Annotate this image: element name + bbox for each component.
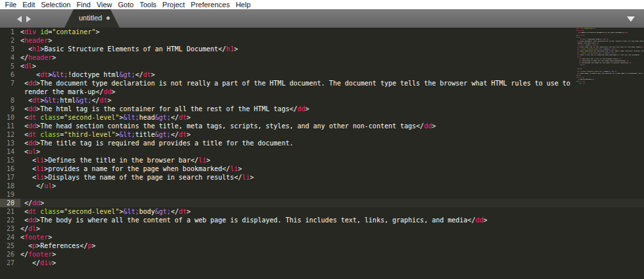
code-line-text: render the mark-up</dd> xyxy=(20,88,644,96)
code-line[interactable]: 11 <dd>The head section contains the tit… xyxy=(0,122,644,130)
line-number xyxy=(0,88,20,96)
line-number: 8 xyxy=(0,96,20,105)
menu-item-edit[interactable]: Edit xyxy=(20,0,38,9)
code-line-text: <dd>The head section contains the title,… xyxy=(20,122,644,130)
minimap-content: <div id="container"><header> <h1>Basic S… xyxy=(576,28,643,84)
menu-bar: FileEditSelectionFindViewGotoToolsProjec… xyxy=(0,0,644,9)
line-number: 24 xyxy=(0,233,20,241)
code-line-text: <dt class="third-level">&lt;title&gt;</d… xyxy=(20,130,644,139)
line-number: 5 xyxy=(0,62,20,70)
line-number: 2 xyxy=(0,36,20,45)
line-number: 26 xyxy=(0,250,20,259)
code-line-text: </ul> xyxy=(20,182,644,190)
code-line[interactable]: 15 <li>Defines the title in the browser … xyxy=(0,156,644,165)
code-line[interactable]: render the mark-up</dd> xyxy=(0,88,644,96)
code-line[interactable]: 3 <h1>Basic Structure Elements of an HTM… xyxy=(0,45,644,53)
menu-item-file[interactable]: File xyxy=(2,0,20,9)
code-line[interactable]: 10 <dt class="second-level">&lt;head&gt;… xyxy=(0,113,644,122)
code-lines: 1<div id="container">2<header>3 <h1>Basi… xyxy=(0,28,644,267)
tab-overflow-icon[interactable] xyxy=(627,16,635,22)
code-line[interactable]: 6 <dt>&lt;!doctype html&gt;</dt> xyxy=(0,70,644,79)
line-number: 4 xyxy=(0,53,20,62)
menu-item-goto[interactable]: Goto xyxy=(115,0,137,9)
code-line[interactable]: 27 </div> xyxy=(0,259,644,267)
line-number: 18 xyxy=(0,182,20,190)
menu-item-preferences[interactable]: Preferences xyxy=(188,0,233,9)
code-editor[interactable]: 1<div id="container">2<header>3 <h1>Basi… xyxy=(0,28,644,279)
code-line-text: <dd>The html tag is the container for al… xyxy=(20,105,644,113)
tab-untitled[interactable]: untitled xyxy=(64,9,120,28)
line-number: 17 xyxy=(0,173,20,182)
code-line-text: </footer> xyxy=(20,250,644,259)
menu-item-view[interactable]: View xyxy=(93,0,115,9)
line-number: 27 xyxy=(0,259,20,267)
code-line[interactable]: 20 </dd> xyxy=(0,199,644,207)
code-line[interactable]: 4</header> xyxy=(0,53,644,62)
code-line-text: <div id="container"> xyxy=(20,28,644,36)
code-line[interactable]: 12 <dt class="third-level">&lt;title&gt;… xyxy=(0,130,644,139)
code-line[interactable]: 21 <dt class="second-level">&lt;body&gt;… xyxy=(0,207,644,216)
line-number: 20 xyxy=(0,199,20,207)
line-number: 3 xyxy=(0,45,20,53)
tab-nav-back-icon[interactable] xyxy=(17,16,22,22)
code-line-text: <li>provides a name for the page when bo… xyxy=(20,165,644,173)
line-number: 11 xyxy=(0,122,20,130)
menu-item-help[interactable]: Help xyxy=(233,0,254,9)
code-line-text: <li>Defines the title in the browser bar… xyxy=(20,156,644,165)
minimap[interactable]: <div id="container"><header> <h1>Basic S… xyxy=(576,28,643,87)
line-number: 14 xyxy=(0,147,20,156)
line-number: 22 xyxy=(0,216,20,224)
tab-nav-forward-icon[interactable] xyxy=(26,16,31,22)
code-line[interactable]: 8 <dt>&lt;html&gt;</dt> xyxy=(0,96,644,105)
code-line[interactable]: 25 <p>References</p> xyxy=(0,241,644,250)
tab-bar: untitled xyxy=(0,9,644,28)
code-line-text: <dd>The body is where all the content of… xyxy=(20,216,644,224)
line-number: 19 xyxy=(0,190,20,199)
code-line-text: </header> xyxy=(20,53,644,62)
code-line[interactable]: 1<div id="container"> xyxy=(0,28,644,36)
line-number: 16 xyxy=(0,165,20,173)
code-line-text: <dd>The title tag is required and provid… xyxy=(20,139,644,147)
code-line[interactable]: 16 <li>provides a name for the page when… xyxy=(0,165,644,173)
code-line-text: <ul> xyxy=(20,147,644,156)
line-number: 1 xyxy=(0,28,20,36)
code-line[interactable]: 23</dl> xyxy=(0,224,644,233)
code-line[interactable]: 22 <dd>The body is where all the content… xyxy=(0,216,644,224)
code-line[interactable]: 19 xyxy=(0,190,644,199)
code-line-text xyxy=(20,190,644,199)
code-line-text: <dt>&lt;!doctype html&gt;</dt> xyxy=(20,70,644,79)
code-line[interactable]: 14 <ul> xyxy=(0,147,644,156)
code-line-text: </dd> xyxy=(20,199,644,207)
line-number: 10 xyxy=(0,113,20,122)
code-line[interactable]: 7 <dd>The document type declaration is n… xyxy=(0,79,644,88)
code-line-text: <footer> xyxy=(20,233,644,241)
code-line-text: <dt class="second-level">&lt;body&gt;</d… xyxy=(20,207,644,216)
code-line[interactable]: 17 <li>Displays the name of the page in … xyxy=(0,173,644,182)
line-number: 21 xyxy=(0,207,20,216)
line-number: 9 xyxy=(0,105,20,113)
code-line-text: <dt>&lt;html&gt;</dt> xyxy=(20,96,644,105)
code-line[interactable]: 13 <dd>The title tag is required and pro… xyxy=(0,139,644,147)
code-line[interactable]: 2<header> xyxy=(0,36,644,45)
code-line[interactable]: 5<dl> xyxy=(0,62,644,70)
line-number: 6 xyxy=(0,70,20,79)
code-line-text: </div> xyxy=(20,259,644,267)
line-number: 13 xyxy=(0,139,20,147)
code-line-text: <dl> xyxy=(20,62,644,70)
line-number: 23 xyxy=(0,224,20,233)
code-line-text: </dl> xyxy=(20,224,644,233)
code-line[interactable]: 9 <dd>The html tag is the container for … xyxy=(0,105,644,113)
menu-item-find[interactable]: Find xyxy=(74,0,93,9)
modified-dot-icon xyxy=(106,16,110,20)
line-number: 15 xyxy=(0,156,20,165)
tab-label: untitled xyxy=(79,14,102,22)
menu-item-selection[interactable]: Selection xyxy=(38,0,74,9)
code-line-text: <header> xyxy=(20,36,644,45)
code-line-text: <li>Displays the name of the page in sea… xyxy=(20,173,644,182)
menu-item-project[interactable]: Project xyxy=(160,0,188,9)
menu-item-tools[interactable]: Tools xyxy=(137,0,160,9)
code-line[interactable]: 24<footer> xyxy=(0,233,644,241)
code-line-text: <dt class="second-level">&lt;head&gt;</d… xyxy=(20,113,644,122)
code-line[interactable]: 26</footer> xyxy=(0,250,644,259)
code-line[interactable]: 18 </ul> xyxy=(0,182,644,190)
